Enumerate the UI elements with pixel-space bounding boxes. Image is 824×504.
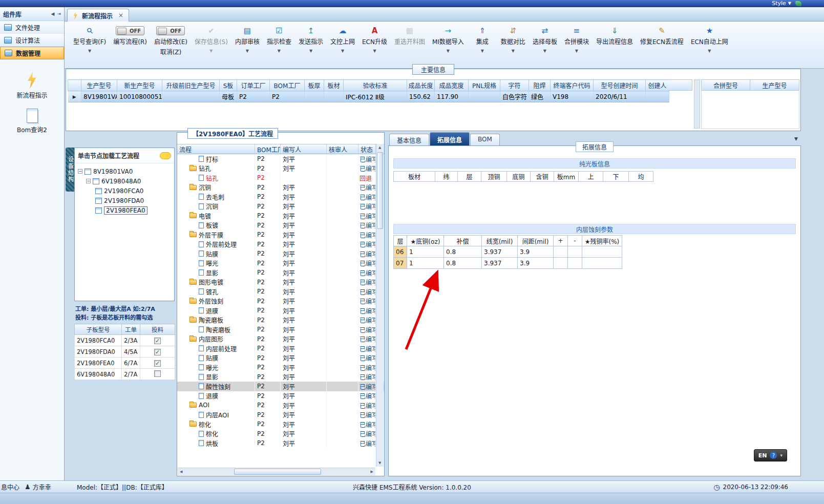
column-header[interactable]: BOM工厂 bbox=[255, 144, 281, 154]
dropdown-caret-icon[interactable]: ▼ bbox=[708, 49, 711, 53]
dropdown-caret-icon[interactable]: ▼ bbox=[575, 49, 578, 53]
off-toggle[interactable]: OFF bbox=[116, 26, 144, 35]
process-step-row[interactable]: 板镀 P2 刘平 已编写 bbox=[177, 221, 384, 230]
column-header[interactable]: 型号创建时间 bbox=[594, 80, 646, 91]
toolbar-button[interactable]: ⇑ 集成 ▼ bbox=[468, 25, 497, 54]
column-header[interactable]: 线宽(mil) bbox=[482, 236, 518, 246]
tree-expander-icon[interactable] bbox=[86, 179, 91, 183]
help-icon[interactable]: ? bbox=[770, 452, 777, 459]
process-step-row[interactable]: 退膜 P2 刘平 已编写 bbox=[177, 391, 384, 401]
column-header[interactable]: 流程 bbox=[177, 144, 255, 154]
process-step-row[interactable]: 去毛刺 P2 刘平 已编写 bbox=[177, 192, 384, 202]
detail-tab[interactable]: BOM bbox=[470, 134, 500, 145]
invest-checkbox[interactable]: ✓ bbox=[154, 338, 161, 344]
toolbar-button[interactable]: ⇵ 数据对比 ▼ bbox=[497, 25, 529, 54]
column-header[interactable]: 补偿 bbox=[444, 236, 482, 246]
dropdown-caret-icon[interactable]: ▼ bbox=[512, 49, 515, 53]
column-header[interactable]: - bbox=[568, 236, 582, 246]
process-step-row[interactable]: 打标 P2 刘平 已编写 bbox=[177, 154, 384, 164]
column-header[interactable]: 成品长度 bbox=[407, 80, 435, 91]
close-icon[interactable]: × bbox=[116, 12, 123, 19]
vertical-scrollbar[interactable] bbox=[694, 79, 700, 129]
process-step-row[interactable]: 贴膜 P2 刘平 已编写 bbox=[177, 353, 384, 363]
column-header[interactable]: BOM工厂 bbox=[270, 80, 305, 91]
column-header[interactable]: 验收标准 bbox=[344, 80, 407, 91]
toolbar-button[interactable]: ⚲ 型号查询(F) ▼ bbox=[70, 25, 110, 54]
tab-device-structure[interactable]: 设备结构 bbox=[66, 148, 74, 192]
toolbar-button[interactable]: ★ ECN自动上网 ▼ bbox=[687, 25, 732, 54]
process-step-row[interactable]: 陶瓷磨板 P2 刘平 已编写 bbox=[177, 316, 384, 325]
process-step-row[interactable]: 外层蚀刻 P2 刘平 已编写 bbox=[177, 297, 384, 306]
column-header[interactable]: 字符 bbox=[500, 80, 529, 91]
column-header[interactable]: ★残铜率(%) bbox=[582, 236, 622, 246]
toolbar-button[interactable]: A ECN升级 ▼ bbox=[358, 25, 391, 54]
dropdown-caret-icon[interactable]: ▼ bbox=[309, 49, 312, 53]
sidebar-shortcut[interactable]: Bom查询2 bbox=[0, 104, 64, 139]
off-toggle[interactable]: OFF bbox=[156, 26, 185, 35]
toolbar-button[interactable]: ≡ 合拼模块 ▼ bbox=[561, 25, 593, 54]
process-step-row[interactable]: 曝光 P2 刘平 已编写 bbox=[177, 363, 384, 372]
process-step-row[interactable]: 贴膜 P2 刘平 已编写 bbox=[177, 249, 384, 259]
column-header[interactable]: 工单 bbox=[122, 324, 140, 335]
process-step-row[interactable]: 内层图形 P2 刘平 已编写 bbox=[177, 334, 384, 344]
column-header[interactable]: 生产型号 bbox=[81, 80, 117, 91]
column-header[interactable]: 板mm bbox=[554, 171, 579, 182]
column-header[interactable]: 终端客户代码 bbox=[551, 80, 594, 91]
subboard-row[interactable]: 2V1980FCA0 2/3A ✓ bbox=[75, 335, 175, 346]
process-step-row[interactable]: 陶瓷磨板 P2 刘平 已编写 bbox=[177, 325, 384, 334]
etch-data-row[interactable]: 07 1 0.8 3.937 3.9 bbox=[394, 258, 622, 269]
process-step-row[interactable]: 烘板 P2 刘平 已编写 bbox=[177, 438, 384, 448]
dropdown-caret-icon[interactable]: ▼ bbox=[543, 49, 546, 53]
column-header[interactable]: 板厚 bbox=[305, 80, 324, 91]
column-header[interactable]: 含铜 bbox=[531, 171, 554, 182]
process-step-row[interactable]: 镀孔 P2 刘平 已编写 bbox=[177, 287, 384, 297]
invest-checkbox[interactable]: ✓ bbox=[154, 349, 161, 355]
subboard-row[interactable]: 2V1980FDA0 4/5A ✓ bbox=[75, 346, 175, 358]
language-indicator[interactable]: EN bbox=[758, 452, 767, 459]
process-step-row[interactable]: 外层干膜 P2 刘平 已编写 bbox=[177, 230, 384, 240]
toolbar-button[interactable]: → MI数据导入 ▼ bbox=[429, 25, 468, 54]
process-step-row[interactable]: 图形电镀 P2 刘平 已编写 bbox=[177, 278, 384, 287]
dropdown-caret-icon[interactable]: ▼ bbox=[88, 49, 91, 53]
tree-node[interactable]: 2V1980FEA0 bbox=[76, 205, 173, 215]
toolbar-button-sublabel[interactable]: 取消(Z) bbox=[160, 47, 182, 56]
tab-overflow-caret-icon[interactable]: ▼ bbox=[794, 136, 798, 141]
column-header[interactable]: 成品宽度 bbox=[435, 80, 469, 91]
detail-tab[interactable]: 拓展信息 bbox=[430, 132, 470, 145]
message-center-label[interactable]: 息中心 bbox=[1, 482, 19, 491]
column-header[interactable]: 创建人 bbox=[646, 80, 669, 91]
toolbar-button[interactable]: ⇓ 导出流程信息 bbox=[593, 25, 637, 47]
toolbar-button[interactable]: ☁ 文控上网 ▼ bbox=[327, 25, 358, 54]
tree-node[interactable]: 2V1980FDA0 bbox=[76, 196, 173, 205]
toolbar-button[interactable]: ▦ 重选开料图 bbox=[391, 25, 429, 47]
column-header[interactable]: 升级前旧生产型号 bbox=[162, 80, 220, 91]
toolbar-button[interactable]: ✔ 保存信息(S) ▼ bbox=[191, 25, 231, 54]
main-info-data-row[interactable]: ▶ 8V19801VA010010800051978母板P2P2IPC-6012… bbox=[68, 91, 669, 102]
process-step-row[interactable]: 钻孔 P2 刘平 已编写 bbox=[177, 164, 384, 174]
column-header[interactable]: 层 bbox=[458, 171, 481, 182]
column-header[interactable]: 上 bbox=[579, 171, 603, 182]
column-header[interactable]: 板材 bbox=[393, 171, 435, 182]
process-step-row[interactable]: 外层前处理 P2 刘平 已编写 bbox=[177, 240, 384, 249]
style-selector[interactable]: Style ▼ bbox=[772, 0, 791, 7]
dropdown-caret-icon[interactable]: ▼ bbox=[246, 49, 249, 53]
collapse-button[interactable]: ◀ bbox=[51, 11, 55, 16]
column-header[interactable]: 底铜 bbox=[507, 171, 531, 182]
process-step-row[interactable]: 棕化 P2 刘平 已编写 bbox=[177, 419, 384, 429]
process-step-row[interactable]: 沉铜 P2 刘平 已编写 bbox=[177, 183, 384, 193]
process-step-row[interactable]: 钻孔 P2 回退 bbox=[177, 173, 384, 183]
toolbar-button[interactable]: ▤ 内部审核 ▼ bbox=[231, 25, 263, 54]
tree-node[interactable]: 8V19801VA0 bbox=[76, 166, 173, 176]
column-header[interactable]: 新生产型号 bbox=[117, 80, 162, 91]
horizontal-scrollbar[interactable] bbox=[178, 468, 375, 475]
tree-node[interactable]: 2V1980FCA0 bbox=[76, 186, 173, 196]
column-header[interactable]: 状态 bbox=[358, 144, 376, 154]
subboard-row[interactable]: 2V1980FEA0 6/7A ✓ bbox=[75, 358, 175, 369]
dropdown-caret-icon[interactable]: ▼ bbox=[447, 49, 450, 53]
tab-new-flow-instruction[interactable]: 新流程指示 × bbox=[67, 9, 129, 22]
process-step-row[interactable]: 沉铜 P2 刘平 已编写 bbox=[177, 202, 384, 212]
column-header[interactable]: 子板型号 bbox=[75, 324, 122, 335]
dropdown-caret-icon[interactable]: ▼ bbox=[341, 49, 344, 53]
sidebar-nav-item[interactable]: 文件处理 bbox=[0, 21, 64, 34]
toolbar-button[interactable]: ↥ 发送指示 ▼ bbox=[295, 25, 327, 54]
